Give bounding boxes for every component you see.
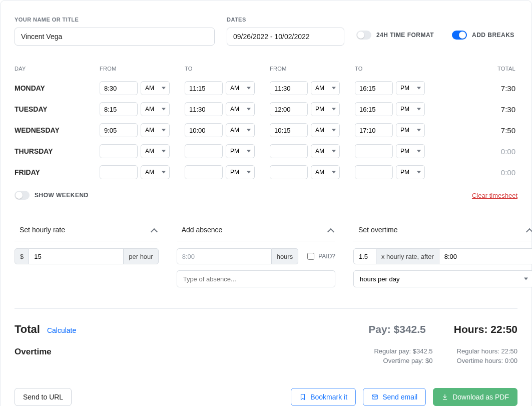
paid-checkbox-input[interactable] <box>307 253 314 260</box>
hours-breakdown: Regular hours: 22:50 Overtime hours: 0:0… <box>457 347 517 366</box>
bookmark-icon <box>299 393 306 400</box>
time-input[interactable] <box>185 123 223 137</box>
time-input[interactable] <box>100 144 138 158</box>
overtime-title: Set overtime <box>358 226 398 234</box>
time-input[interactable] <box>270 123 308 137</box>
overtime-label: Overtime <box>15 347 52 357</box>
ampm-select[interactable] <box>311 102 340 116</box>
absence-accordion[interactable]: Add absence <box>177 221 335 241</box>
ot-multiplier-input[interactable] <box>353 248 376 264</box>
time-input[interactable] <box>355 165 393 179</box>
ampm-select[interactable] <box>141 144 170 158</box>
name-input[interactable] <box>15 28 215 46</box>
clear-timesheet-link[interactable]: Clear timesheet <box>472 192 517 199</box>
toggle-show-weekend-switch[interactable] <box>15 191 30 200</box>
absence-type-input[interactable] <box>177 270 335 287</box>
time-input[interactable] <box>270 81 308 95</box>
hourly-rate-accordion[interactable]: Set hourly rate <box>15 221 159 241</box>
toggle-breaks-label: ADD BREAKS <box>472 32 514 39</box>
col-total: TOTAL <box>440 66 517 72</box>
time-input[interactable] <box>355 123 393 137</box>
time-input[interactable] <box>185 144 223 158</box>
time-input[interactable] <box>355 102 393 116</box>
ampm-select[interactable] <box>141 81 170 95</box>
total-label: Total <box>15 323 40 336</box>
per-hour-addon: per hour <box>124 248 158 264</box>
day-name: MONDAY <box>15 84 100 92</box>
time-input[interactable] <box>185 102 223 116</box>
ampm-select[interactable] <box>226 81 255 95</box>
hourly-rate-input[interactable] <box>29 248 124 264</box>
row-total: 0:00 <box>440 168 517 177</box>
ot-rate-addon: x hourly rate, after <box>376 248 439 264</box>
time-input[interactable] <box>100 165 138 179</box>
hours-total: Hours: 22:50 <box>454 323 517 335</box>
time-input[interactable] <box>185 81 223 95</box>
time-input[interactable] <box>100 123 138 137</box>
ampm-select[interactable] <box>311 81 340 95</box>
send-to-url-button[interactable]: Send to URL <box>15 388 72 406</box>
timesheet-row: FRIDAY <box>15 162 517 183</box>
row-total: 7:30 <box>440 84 517 93</box>
col-from1: FROM <box>100 66 185 72</box>
time-input[interactable] <box>100 102 138 116</box>
ampm-select[interactable] <box>396 123 425 137</box>
name-label: YOUR NAME OR TITLE <box>15 17 215 23</box>
toggle-24h-label: 24H TIME FORMAT <box>376 32 434 39</box>
row-total: 0:00 <box>440 147 517 156</box>
overtime-accordion[interactable]: Set overtime <box>353 221 532 241</box>
download-pdf-button[interactable]: Download as PDF <box>433 388 517 406</box>
toggle-breaks[interactable]: ADD BREAKS <box>452 31 514 40</box>
absence-hours-input[interactable] <box>177 248 272 264</box>
paid-label: PAID? <box>318 253 335 260</box>
ampm-select[interactable] <box>311 123 340 137</box>
time-input[interactable] <box>355 81 393 95</box>
toggle-show-weekend[interactable]: SHOW WEEKEND <box>15 191 89 200</box>
toggle-breaks-switch[interactable] <box>452 31 467 40</box>
ampm-select[interactable] <box>226 165 255 179</box>
ampm-select[interactable] <box>141 102 170 116</box>
col-to1: TO <box>185 66 270 72</box>
pay-total: Pay: $342.5 <box>368 323 425 335</box>
chevron-up-icon <box>527 227 532 232</box>
download-icon <box>441 393 448 400</box>
paid-checkbox[interactable]: PAID? <box>307 253 335 260</box>
col-from2: FROM <box>270 66 355 72</box>
ampm-select[interactable] <box>396 102 425 116</box>
timesheet-row: MONDAY <box>15 78 517 99</box>
toggle-24h-switch[interactable] <box>356 31 371 40</box>
show-weekend-label: SHOW WEEKEND <box>35 192 89 199</box>
timesheet-row: WEDNESDAY <box>15 120 517 141</box>
ampm-select[interactable] <box>396 165 425 179</box>
pay-breakdown: Regular pay: $342.5 Overtime pay: $0 <box>374 347 432 366</box>
ampm-select[interactable] <box>141 123 170 137</box>
col-day: DAY <box>15 66 100 72</box>
ampm-select[interactable] <box>141 165 170 179</box>
time-input[interactable] <box>270 144 308 158</box>
toggle-24h[interactable]: 24H TIME FORMAT <box>356 31 434 40</box>
bookmark-button[interactable]: Bookmark it <box>291 388 356 406</box>
ampm-select[interactable] <box>396 81 425 95</box>
row-total: 7:50 <box>440 126 517 135</box>
ampm-select[interactable] <box>311 144 340 158</box>
day-name: FRIDAY <box>15 168 100 176</box>
absence-title: Add absence <box>182 226 223 234</box>
ampm-select[interactable] <box>311 165 340 179</box>
ot-unit-select[interactable] <box>353 270 532 287</box>
hourly-rate-title: Set hourly rate <box>20 226 65 234</box>
time-input[interactable] <box>270 102 308 116</box>
ampm-select[interactable] <box>226 144 255 158</box>
ot-after-input[interactable] <box>439 248 532 264</box>
send-email-button[interactable]: Send email <box>363 388 426 406</box>
dates-input[interactable] <box>227 28 344 46</box>
day-name: TUESDAY <box>15 105 100 113</box>
time-input[interactable] <box>100 81 138 95</box>
row-total: 7:30 <box>440 105 517 114</box>
time-input[interactable] <box>355 144 393 158</box>
time-input[interactable] <box>185 165 223 179</box>
ampm-select[interactable] <box>226 102 255 116</box>
ampm-select[interactable] <box>226 123 255 137</box>
calculate-link[interactable]: Calculate <box>47 326 76 334</box>
time-input[interactable] <box>270 165 308 179</box>
ampm-select[interactable] <box>396 144 425 158</box>
